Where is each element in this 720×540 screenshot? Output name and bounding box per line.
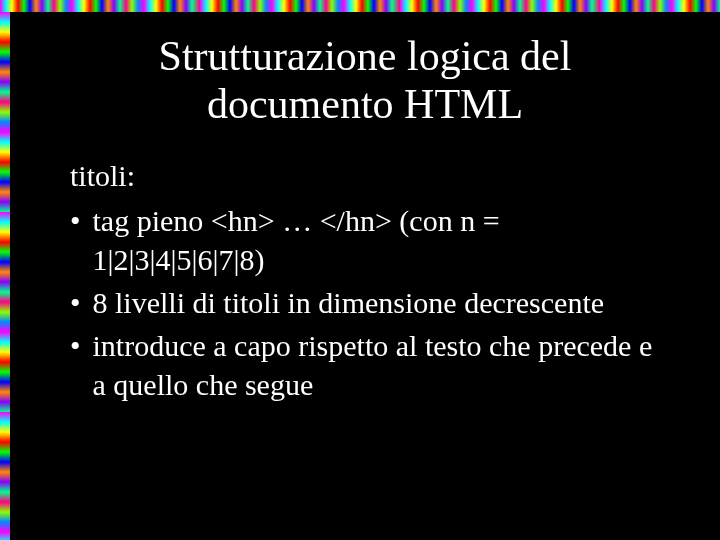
bullet-marker-icon: • bbox=[70, 283, 81, 322]
slide-content: Strutturazione logica del documento HTML… bbox=[0, 12, 720, 404]
bullet-list: • tag pieno <hn> … </hn> (con n = 1|2|3|… bbox=[60, 201, 670, 404]
bullet-text: tag pieno <hn> … </hn> (con n = 1|2|3|4|… bbox=[93, 201, 670, 279]
slide-subtitle: titoli: bbox=[70, 159, 670, 193]
list-item: • introduce a capo rispetto al testo che… bbox=[70, 326, 670, 404]
bullet-marker-icon: • bbox=[70, 326, 81, 365]
list-item: • 8 livelli di titoli in dimensione decr… bbox=[70, 283, 670, 322]
decorative-top-border bbox=[0, 0, 720, 12]
bullet-marker-icon: • bbox=[70, 201, 81, 240]
bullet-text: 8 livelli di titoli in dimensione decres… bbox=[93, 283, 670, 322]
list-item: • tag pieno <hn> … </hn> (con n = 1|2|3|… bbox=[70, 201, 670, 279]
bullet-text: introduce a capo rispetto al testo che p… bbox=[93, 326, 670, 404]
decorative-left-border bbox=[0, 12, 10, 540]
slide-title: Strutturazione logica del documento HTML bbox=[60, 32, 670, 129]
